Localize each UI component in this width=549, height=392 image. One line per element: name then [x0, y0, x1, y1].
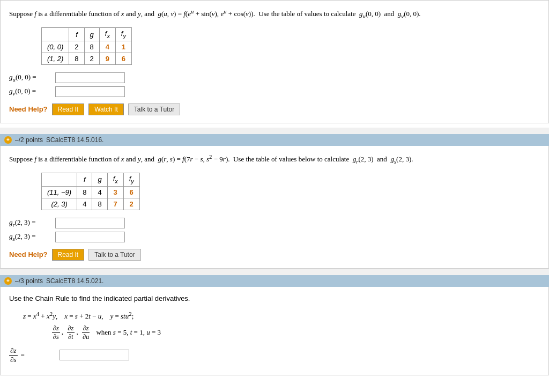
cell-fy-12: 6 [115, 53, 131, 64]
cell-f-23: 4 [77, 198, 92, 210]
col-empty [42, 28, 69, 41]
answer-input-gr23[interactable] [55, 218, 125, 228]
table-row: (0, 0) 2 8 4 1 [42, 41, 132, 53]
need-help-label-2: Need Help? [9, 250, 48, 258]
problem-1-statement: Suppose f is a differentiable function o… [9, 7, 540, 21]
chain-rule-equations: z = x4 + x2y, x = s + 2t − u, y = stu2; [9, 310, 540, 321]
col-fy: fy [115, 28, 131, 41]
talk-to-tutor-button-1[interactable]: Talk to a Tutor [128, 103, 180, 115]
col-empty-2 [42, 173, 77, 187]
col-fx: fx [99, 28, 115, 41]
problem-3-wrapper: + –/3 points SCalcET8 14.5.021. Use the … [0, 275, 549, 375]
table-row: (2, 3) 4 8 7 2 [42, 198, 140, 210]
chain-rule-block: z = x4 + x2y, x = s + 2t − u, y = stu2; … [9, 310, 540, 341]
cell-g-11-9: 4 [92, 186, 107, 198]
partial-list: ∂z ∂s , ∂z ∂t , ∂z ∂u [52, 324, 90, 341]
row-label-23: (2, 3) [42, 198, 77, 210]
problem-3-code: SCalcET8 14.5.021. [46, 277, 103, 285]
cell-f-11-9: 8 [77, 186, 92, 198]
answer-label-gr23: gr(2, 3) = [9, 218, 52, 228]
watch-it-button-1[interactable]: Watch It [88, 103, 124, 115]
plus-icon-3: + [4, 277, 12, 285]
col-g-2: g [92, 173, 107, 187]
cell-g-00: 8 [84, 41, 99, 53]
cell-fx-12: 9 [99, 53, 115, 64]
problem-3-statement: Use the Chain Rule to find the indicated… [9, 293, 540, 305]
table-row: (1, 2) 8 2 9 6 [42, 53, 132, 64]
answer-label-gu00: gu(0, 0) = [9, 73, 52, 83]
problem-2-content: Suppose f is a differentiable function o… [0, 146, 549, 269]
read-it-button-2[interactable]: Read It [52, 249, 85, 261]
col-f: f [69, 28, 84, 41]
problem-2-statement: Suppose f is a differentiable function o… [9, 152, 540, 166]
problem-1-table: f g fx fy (0, 0) 2 8 4 1 (1, 2) 8 2 9 6 [41, 27, 132, 65]
col-f-2: f [77, 173, 92, 187]
need-help-row-2: Need Help? Read It Talk to a Tutor [9, 249, 540, 261]
need-help-row-1: Need Help? Read It Watch It Talk to a Tu… [9, 103, 540, 115]
problem-1-section: Suppose f is a differentiable function o… [0, 0, 549, 123]
table-row: (11, −9) 8 4 3 6 [42, 186, 140, 198]
col-fy-2: fy [123, 173, 139, 187]
cell-g-23: 8 [92, 198, 107, 210]
problem-2-table: f g fx fy (11, −9) 8 4 3 6 (2, 3) 4 8 [41, 173, 140, 210]
answer-input-gv00[interactable] [55, 86, 125, 97]
problem-2-header: + –/2 points SCalcET8 14.5.016. [0, 134, 549, 146]
cell-fy-00: 1 [115, 41, 131, 53]
when-label: when s = 5, t = 1, u = 3 [94, 328, 161, 337]
plus-icon-2: + [4, 136, 12, 144]
row-label-00: (0, 0) [42, 41, 69, 53]
problem-2-wrapper: + –/2 points SCalcET8 14.5.016. Suppose … [0, 134, 549, 269]
cell-fy-11-9: 6 [123, 186, 139, 198]
problem-3-content: Use the Chain Rule to find the indicated… [0, 287, 549, 375]
problem-3-header: + –/3 points SCalcET8 14.5.021. [0, 275, 549, 287]
answer-block-2: gr(2, 3) = gs(2, 3) = [9, 218, 540, 242]
cell-f-00: 2 [69, 41, 84, 53]
talk-to-tutor-button-2[interactable]: Talk to a Tutor [88, 249, 140, 261]
problem-3-points: –/3 points [15, 277, 43, 285]
answer-input-gs23[interactable] [55, 232, 125, 242]
row-label-12: (1, 2) [42, 53, 69, 64]
chain-rule-find: ∂z ∂s , ∂z ∂t , ∂z ∂u when s = 5, t = 1,… [52, 324, 540, 341]
answer-input-gu00[interactable] [55, 72, 125, 83]
col-fx-2: fx [107, 173, 123, 187]
answer-input-dzds[interactable] [60, 350, 129, 360]
answer-label-gv00: gv(0, 0) = [9, 87, 52, 97]
row-label-11-9: (11, −9) [42, 186, 77, 198]
answer-block-gu: gu(0, 0) = gv(0, 0) = [9, 72, 540, 97]
cell-fx-23: 7 [107, 198, 123, 210]
read-it-button-1[interactable]: Read It [52, 103, 85, 115]
col-g: g [84, 28, 99, 41]
answer-label-gs23: gs(2, 3) = [9, 232, 52, 242]
section-gap-1 [0, 128, 549, 134]
answer-row-dzds: ∂z ∂s = [9, 346, 540, 364]
cell-fy-23: 2 [123, 198, 139, 210]
cell-fx-11-9: 3 [107, 186, 123, 198]
section-gap-2 [0, 269, 549, 275]
problem-2-points: –/2 points [15, 136, 43, 144]
answer-label-dzds: ∂z ∂s = [9, 346, 52, 364]
cell-g-12: 2 [84, 53, 99, 64]
need-help-label-1: Need Help? [9, 105, 48, 113]
cell-fx-00: 4 [99, 41, 115, 53]
problem-2-code: SCalcET8 14.5.016. [46, 136, 103, 144]
cell-f-12: 8 [69, 53, 84, 64]
